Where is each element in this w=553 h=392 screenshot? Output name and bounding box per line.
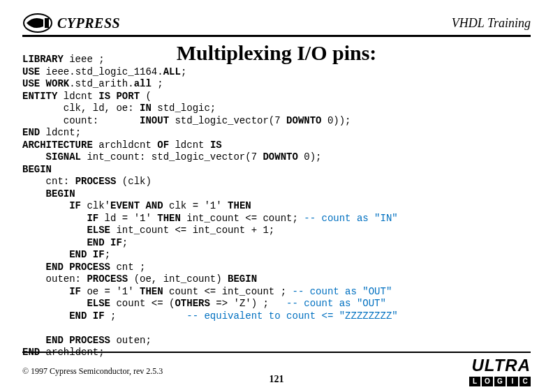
slide-page: CYPRESS VHDL Training Multiplexing I/O p… [0,0,553,392]
copyright-text: © 1997 Cypress Semiconductor, rev 2.5.3 [22,366,163,377]
ultra-box-i: I [507,377,518,386]
ultra-letter-boxes: L O G I C [469,377,531,386]
footer-bar: © 1997 Cypress Semiconductor, rev 2.5.3 … [22,352,531,386]
ultra-word: ULTRA [471,356,531,375]
ultra-box-o: O [482,377,493,386]
ultra-box-g: G [494,377,506,386]
header-bar: CYPRESS VHDL Training [22,13,531,37]
cypress-logo-icon [22,13,53,33]
page-number: 121 [270,374,284,385]
brand-logo: CYPRESS [22,13,120,33]
brand-name: CYPRESS [57,15,120,31]
ultra-box-l: L [469,377,480,386]
ultra-box-c: C [519,377,531,386]
header-subtitle: VHDL Training [452,16,531,31]
code-block: LIBRARY ieee ; USE ieee.std_logic_1164.A… [22,54,531,359]
ultra-logic-logo: ULTRA L O G I C [469,356,531,386]
